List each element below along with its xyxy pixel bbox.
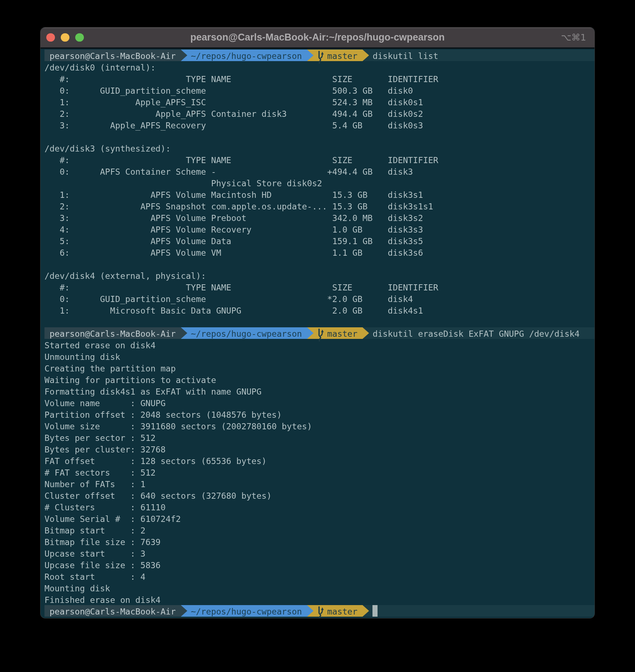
terminal-line: Physical Store disk0s2 bbox=[44, 177, 594, 188]
terminal-line: Creating the partition map bbox=[44, 362, 594, 374]
prompt-directory-segment: ~/repos/hugo-cwpearson bbox=[181, 327, 307, 339]
terminal-line: 1: Apple_APFS_ISC 524.3 MB disk0s1 bbox=[44, 96, 594, 107]
terminal-line: #: TYPE NAME SIZE IDENTIFIER bbox=[44, 281, 594, 293]
prompt-directory-segment: ~/repos/hugo-cwpearson bbox=[181, 50, 307, 61]
terminal-line: Bytes per sector : 512 bbox=[44, 431, 594, 443]
prompt-line: pearson@Carls-MacBook-Air ~/repos/hugo-c… bbox=[44, 605, 594, 617]
terminal-line: Volume size : 3911680 sectors (200278016… bbox=[44, 420, 594, 431]
prompt-user-segment: pearson@Carls-MacBook-Air bbox=[44, 605, 181, 617]
terminal-line: # FAT sectors : 512 bbox=[44, 466, 594, 478]
terminal-line: 1: APFS Volume Macintosh HD 15.3 GB disk… bbox=[44, 188, 594, 200]
terminal-line: Bitmap start : 2 bbox=[44, 524, 594, 536]
terminal-line bbox=[44, 258, 594, 269]
terminal-line: Root start : 4 bbox=[44, 570, 594, 582]
terminal-line: /dev/disk3 (synthesized): bbox=[44, 142, 594, 154]
terminal-line: Bytes per cluster: 32768 bbox=[44, 443, 594, 455]
git-branch-icon bbox=[317, 327, 322, 339]
terminal-line: Started erase on disk4 bbox=[44, 339, 594, 350]
terminal-line: Volume name : GNUPG bbox=[44, 397, 594, 408]
terminal-line: Waiting for partitions to activate bbox=[44, 374, 594, 385]
git-branch-icon bbox=[317, 50, 322, 61]
terminal-line: 2: APFS Snapshot com.apple.os.update-...… bbox=[44, 200, 594, 212]
terminal-line: 6: APFS Volume VM 1.1 GB disk3s6 bbox=[44, 246, 594, 258]
terminal-line: 2: Apple_APFS Container disk3 494.4 GB d… bbox=[44, 107, 594, 119]
prompt-git-segment: master bbox=[307, 605, 363, 617]
prompt-git-segment: master bbox=[307, 327, 363, 339]
terminal-line: 3: Apple_APFS_Recovery 5.4 GB disk0s3 bbox=[44, 119, 594, 131]
terminal-line bbox=[44, 316, 594, 327]
prompt-directory-segment: ~/repos/hugo-cwpearson bbox=[181, 605, 307, 617]
terminal-line: Bitmap file size : 7639 bbox=[44, 536, 594, 547]
terminal-cursor bbox=[372, 605, 378, 617]
terminal-line: 3: APFS Volume Preboot 342.0 MB disk3s2 bbox=[44, 212, 594, 223]
terminal-line: 4: APFS Volume Recovery 1.0 GB disk3s3 bbox=[44, 223, 594, 235]
tab-shortcut-indicator: ⌥⌘1 bbox=[561, 27, 586, 47]
terminal-line: # Clusters : 61110 bbox=[44, 501, 594, 512]
terminal-line: #: TYPE NAME SIZE IDENTIFIER bbox=[44, 73, 594, 84]
prompt-git-segment: master bbox=[307, 50, 363, 61]
terminal-line bbox=[44, 131, 594, 142]
terminal-line: 1: Microsoft Basic Data GNUPG 2.0 GB dis… bbox=[44, 304, 594, 316]
prompt-line: pearson@Carls-MacBook-Air ~/repos/hugo-c… bbox=[44, 50, 594, 61]
window-title: pearson@Carls-MacBook-Air:~/repos/hugo-c… bbox=[41, 27, 594, 47]
terminal-line: Formatting disk4s1 as ExFAT with name GN… bbox=[44, 385, 594, 397]
terminal-line: /dev/disk0 (internal): bbox=[44, 61, 594, 73]
prompt-user-segment: pearson@Carls-MacBook-Air bbox=[44, 327, 181, 339]
terminal-line: 0: APFS Container Scheme - +494.4 GB dis… bbox=[44, 165, 594, 177]
terminal-line: #: TYPE NAME SIZE IDENTIFIER bbox=[44, 154, 594, 165]
terminal-line: Volume Serial # : 610724f2 bbox=[44, 512, 594, 524]
titlebar[interactable]: pearson@Carls-MacBook-Air:~/repos/hugo-c… bbox=[41, 27, 594, 49]
git-branch-icon bbox=[317, 605, 322, 617]
command-text: diskutil eraseDisk ExFAT GNUPG /dev/disk… bbox=[363, 327, 580, 339]
prompt-line: pearson@Carls-MacBook-Air ~/repos/hugo-c… bbox=[44, 327, 594, 339]
terminal-line: 0: GUID_partition_scheme *2.0 GB disk4 bbox=[44, 293, 594, 304]
command-text: diskutil list bbox=[363, 50, 438, 61]
terminal-line: 5: APFS Volume Data 159.1 GB disk3s5 bbox=[44, 235, 594, 246]
terminal-line: Mounting disk bbox=[44, 582, 594, 594]
terminal-line: /dev/disk4 (external, physical): bbox=[44, 269, 594, 281]
terminal-line: Upcase file size : 5836 bbox=[44, 559, 594, 570]
terminal-line: Finished erase on disk4 bbox=[44, 594, 594, 605]
terminal-line: Partition offset : 2048 sectors (1048576… bbox=[44, 408, 594, 420]
terminal-line: 0: GUID_partition_scheme 500.3 GB disk0 bbox=[44, 84, 594, 96]
terminal-line: Unmounting disk bbox=[44, 350, 594, 362]
terminal-line: Cluster offset : 640 sectors (327680 byt… bbox=[44, 489, 594, 501]
terminal-line: Number of FATs : 1 bbox=[44, 478, 594, 489]
terminal-window: pearson@Carls-MacBook-Air:~/repos/hugo-c… bbox=[41, 27, 594, 618]
terminal-line: Upcase start : 3 bbox=[44, 547, 594, 559]
terminal-line: FAT offset : 128 sectors (65536 bytes) bbox=[44, 455, 594, 466]
terminal-screen[interactable]: pearson@Carls-MacBook-Air ~/repos/hugo-c… bbox=[41, 49, 594, 617]
desktop-background: pearson@Carls-MacBook-Air:~/repos/hugo-c… bbox=[0, 0, 635, 672]
prompt-user-segment: pearson@Carls-MacBook-Air bbox=[44, 50, 181, 61]
